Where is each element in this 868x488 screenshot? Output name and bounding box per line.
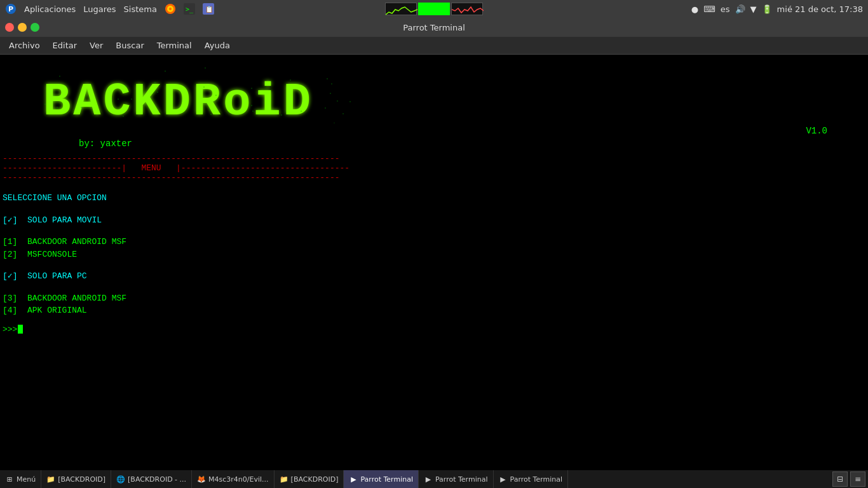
system-menu[interactable]: Sistema	[124, 4, 157, 14]
tab-label-0: [BACKDROID]	[58, 475, 105, 484]
places-menu[interactable]: Lugares	[83, 4, 116, 14]
folder-icon-0: 📁	[46, 475, 55, 484]
terminal-icon-5: ▶	[424, 475, 433, 484]
menubar: Archivo Editar Ver Buscar Terminal Ayuda	[0, 37, 868, 55]
section1-label: [✓] SOLO PARA MOVIL	[3, 214, 865, 227]
svg-text:📋: 📋	[205, 5, 214, 13]
taskbar-menu-button[interactable]: ⊞ Menú	[0, 470, 41, 488]
taskbar-tab-0[interactable]: 📁 [BACKDROID]	[41, 470, 111, 488]
logo-container: V1.0 by: yaxter	[41, 66, 865, 149]
topbar-graphs	[385, 3, 483, 15]
select-label: SELECCIONE UNA OPCION	[3, 192, 865, 205]
folder-icon-3: 📁	[280, 475, 288, 484]
svg-point-4	[169, 8, 172, 10]
parrot-logo[interactable]: P	[5, 3, 17, 15]
topbar-left: P Aplicaciones Lugares Sistema >_ 📋	[5, 3, 214, 15]
window-titlebar: Parrot Terminal	[0, 18, 868, 37]
window-controls	[5, 23, 39, 32]
version-text: V1.0	[41, 126, 827, 136]
system-topbar: P Aplicaciones Lugares Sistema >_ 📋	[0, 0, 868, 18]
taskbar-tab-4[interactable]: ▶ Parrot Terminal	[344, 470, 419, 488]
tab-label-6: Parrot Terminal	[510, 475, 563, 484]
grid-icon: ⊞	[5, 475, 14, 484]
taskbar-tab-5[interactable]: ▶ Parrot Terminal	[419, 470, 494, 488]
option-1: [1] BACKDOOR ANDROID MSF	[3, 236, 865, 248]
maximize-button[interactable]	[31, 23, 39, 32]
section2-label: [✓] SOLO PARA PC	[3, 270, 865, 283]
separator-3: ----------------------------------------…	[3, 173, 865, 182]
taskbar-settings-button[interactable]: ≡	[850, 471, 865, 487]
battery-icon: 🔋	[762, 4, 772, 14]
taskbar-tab-6[interactable]: ▶ Parrot Terminal	[494, 470, 569, 488]
keyboard-icon: ⌨	[703, 4, 715, 14]
by-line: by: yaxter	[79, 139, 865, 149]
tab-label-4: Parrot Terminal	[360, 475, 413, 484]
taskbar-tab-1[interactable]: 🌐 [BACKDROID - ...	[111, 470, 192, 488]
firefox-icon[interactable]	[165, 3, 176, 15]
lang-indicator[interactable]: es	[721, 4, 730, 14]
file-manager-icon[interactable]: 📋	[203, 3, 214, 15]
terminal-icon-4: ▶	[349, 475, 358, 484]
terminal-window: Parrot Terminal Archivo Editar Ver Busca…	[0, 18, 868, 488]
show-desktop-button[interactable]: ⊟	[832, 471, 848, 487]
option-4: [4] APK ORIGINAL	[3, 304, 865, 317]
menu-terminal[interactable]: Terminal	[151, 38, 198, 53]
tab-label-5: Parrot Terminal	[435, 475, 488, 484]
menu-ayuda[interactable]: Ayuda	[198, 38, 236, 53]
bluetooth-icon: ●	[691, 4, 698, 14]
taskbar-tab-2[interactable]: 🦊 M4sc3r4n0/Evil...	[192, 470, 275, 488]
svg-text:>_: >_	[186, 6, 194, 13]
window-title: Parrot Terminal	[403, 23, 465, 32]
cursor	[18, 325, 23, 334]
volume-icon[interactable]: 🔊	[735, 4, 745, 14]
terminal-output[interactable]: V1.0 by: yaxter ------------------------…	[0, 55, 868, 488]
taskbar-tab-3[interactable]: 📁 [BACKDROID]	[275, 470, 344, 488]
topbar-right: ● ⌨ es 🔊 ▼ 🔋 mié 21 de oct, 17:38	[691, 4, 863, 14]
datetime-display: mié 21 de oct, 17:38	[777, 4, 863, 14]
option-2: [2] MSFCONSOLE	[3, 248, 865, 261]
terminal-icon-6: ▶	[499, 475, 508, 484]
applications-menu[interactable]: Aplicaciones	[24, 4, 76, 14]
option-3: [3] BACKDOOR ANDROID MSF	[3, 292, 865, 305]
menu-buscar[interactable]: Buscar	[109, 38, 150, 53]
firefox-icon-2: 🦊	[197, 475, 206, 484]
prompt-text: >>>	[3, 325, 17, 334]
logo-text	[41, 66, 865, 123]
tab-label-2: M4sc3r4n0/Evil...	[208, 475, 269, 484]
menu-archivo[interactable]: Archivo	[3, 38, 46, 53]
menu-editar[interactable]: Editar	[46, 38, 84, 53]
terminal-icon-top[interactable]: >_	[184, 3, 195, 15]
terminal-prompt[interactable]: >>>	[3, 325, 865, 334]
menu-header: ------------------------| MENU |--------…	[3, 163, 865, 173]
taskbar: ⊞ Menú 📁 [BACKDROID] 🌐 [BACKDROID - ... …	[0, 470, 868, 488]
globe-icon-1: 🌐	[116, 475, 125, 484]
menu-label: Menú	[17, 475, 36, 484]
tab-label-1: [BACKDROID - ...	[128, 475, 186, 484]
network-icon[interactable]: ▼	[750, 4, 757, 14]
menu-ver[interactable]: Ver	[83, 38, 109, 53]
close-button[interactable]	[5, 23, 14, 32]
separator-1: ----------------------------------------…	[3, 154, 865, 163]
taskbar-right: ⊟ ≡	[832, 471, 868, 487]
svg-text:P: P	[8, 5, 13, 13]
minimize-button[interactable]	[18, 23, 27, 32]
tab-label-3: [BACKDROID]	[291, 475, 339, 484]
